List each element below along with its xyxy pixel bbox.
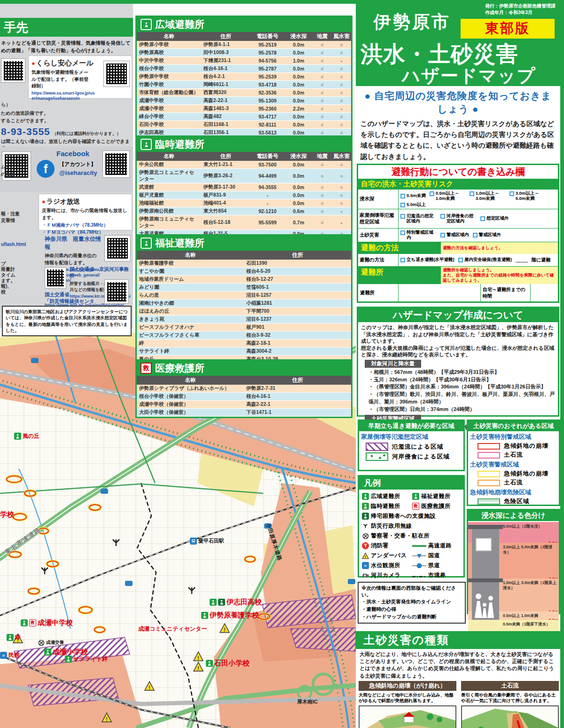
checkbox[interactable] (430, 191, 434, 196)
time-input[interactable] (531, 284, 558, 301)
checkbox[interactable] (400, 258, 405, 262)
legend-item: 広域避難所 (362, 492, 410, 500)
checkbox-option[interactable]: 警戒区域内 (440, 232, 469, 237)
support-facility-icon (218, 599, 225, 606)
checkbox[interactable] (440, 233, 445, 237)
welfare-shelter-icon (201, 612, 208, 619)
write-in-section: 避難行動についての書き込み欄 自宅の洪水・土砂災害リスク 浸水深0.5m未満0.… (357, 164, 559, 303)
table-row: ききょう苑沼目6-1237 (137, 316, 351, 324)
qr-code (103, 61, 130, 87)
checkbox-option[interactable]: 0.5m以上～1.0m未満 (430, 191, 466, 201)
train-station-icon (190, 538, 197, 545)
kanagawa-title: 神奈川県 雨量水位情報 (45, 235, 101, 251)
zone-swatch (478, 499, 500, 505)
table-row: ピースフルライフオハナ板戸901 (137, 324, 351, 332)
column-header: 電話番号 (251, 32, 285, 41)
table-fukushi: 福祉避難所 名称住所伊勢原養護学校石田1390すこやか園桜台4-5-20地域作業… (135, 234, 352, 365)
wide-area-shelter-icon (141, 19, 152, 30)
welfare-shelter-icon (412, 493, 419, 500)
facebook-title: Facebook (56, 150, 89, 158)
memo-area[interactable]: 〔メモ〕家族の連絡先や、避難時の持出品等について記入しておきましょう。 (358, 302, 558, 303)
column-header: 名称 (137, 376, 244, 385)
checkbox-option[interactable]: 立ち退き避難(水平避難) (400, 257, 454, 262)
checkbox[interactable] (473, 233, 478, 237)
column-header: 住所 (244, 376, 351, 385)
symbols-legend: 凡例 広域避難所福祉避難所臨時避難所救医療救護所帰宅困難者への支援施設防災行政用… (358, 475, 465, 578)
zone-swatch (478, 471, 500, 477)
checkbox[interactable] (458, 258, 463, 262)
legend-row: 警察署・交番・駐在所 (362, 532, 461, 540)
checkbox[interactable] (509, 191, 514, 196)
map-label: 学校 (0, 510, 14, 519)
checkbox[interactable] (400, 203, 405, 207)
legend-item: 河川カメラ (362, 571, 410, 579)
landslide-zones-legend: 土砂災害のおそれがある区域 土砂災害特別警戒区域急傾斜地の崩壊土石流土砂災害警戒… (467, 419, 560, 506)
temporary-shelter-icon (362, 503, 369, 510)
table-row: らんの里沼目6-1257 (137, 292, 351, 300)
checkbox[interactable] (400, 230, 405, 235)
zone-swatch (366, 452, 388, 461)
river-line: ・（県管理区間）金目川水系：396mm（24時間）【平成30年1月26日告示】 (368, 383, 558, 391)
checkbox-option[interactable]: 5.0m以上 (400, 202, 426, 207)
bullet-icon: ● (31, 60, 35, 67)
checkbox-option[interactable]: 3.0m以上～5.0m未満 (509, 191, 546, 201)
checkbox-option[interactable]: 想定区域外 (480, 216, 509, 221)
column-header: 電話番号 (251, 152, 285, 161)
dosha-group: 土砂災害特別警戒区域急傾斜地の崩壊土石流 (468, 433, 559, 459)
table-row: 石田小学校石田1168-192-81110.0m○○ (137, 121, 351, 129)
disaster-radio-icon (362, 522, 369, 530)
checkbox-option[interactable]: 1.0m以上～3.0m未満 (470, 191, 506, 201)
wide-area-shelter-icon (206, 660, 213, 667)
support-facility-icon (362, 513, 369, 520)
phone-row: 8-93-3555 （利用には通話料がかかります。） (1, 126, 121, 137)
qr-code (104, 235, 131, 261)
checkbox-option[interactable]: 特別警戒区域内 (400, 230, 437, 240)
landslide-type: 土石流 長引く雨や台風の集中豪雨で、谷や山にある土や石が一気に下流に向けて押し流… (461, 681, 559, 728)
column-header: 風水害 (332, 152, 351, 161)
back-side-note: ※次の情報は裏面の西部版をご確認ください。 ・洪水・土砂災害発生時のタイムライン… (358, 582, 466, 624)
facebook-account-label: 【アカウント】 (59, 161, 96, 168)
table-row: 中沢中学校下糟屋231-194-57561.0m○- (137, 57, 351, 65)
checkbox[interactable] (400, 194, 405, 198)
column-header: 名称 (137, 251, 244, 260)
legend-row: 河川カメラ市境界 (362, 571, 461, 579)
right-edge-strip (560, 0, 564, 728)
floor-input[interactable] (516, 257, 528, 262)
risk-row: 浸水深0.5m未満0.5m以上～1.0m未満1.0m以上～3.0m未満3.0m以… (358, 190, 558, 209)
checkbox[interactable] (440, 214, 445, 219)
zone-swatch (478, 443, 500, 450)
map-label: 愛甲石田駅 (190, 538, 224, 545)
water-gauge-icon: ≈ (362, 562, 369, 569)
shelter-input[interactable] (399, 284, 481, 301)
dosha-group: 急傾斜地崩壊危険区域危険区域 (468, 488, 559, 506)
shelter-banner: 避難所 (358, 267, 441, 285)
column-header: 住所 (201, 32, 251, 41)
checkbox-option[interactable]: 警戒区域外 (473, 232, 501, 237)
checkbox-option[interactable]: 河岸侵食の想定区域内 (440, 214, 477, 224)
river-camera-icon (362, 572, 369, 579)
checkbox-option[interactable]: 0.5m未満 (400, 193, 426, 198)
facebook-account: @iseharacity (59, 169, 97, 176)
checkbox[interactable] (400, 214, 405, 219)
back-note-item: ・洪水・土砂災害発生時のタイムライン (361, 598, 462, 606)
column-header: 浸水深 (285, 152, 313, 161)
svg-text:!: ! (149, 685, 150, 690)
risk-row: 家屋倒壊等氾濫想定区域氾濫流の想定区域内河岸侵食の想定区域内想定区域外 (358, 209, 558, 229)
publisher-info: 発行：伊勢原市企画部危機管理課 作成年月：令和3年3月 (485, 3, 556, 16)
shelter-note: 避難所を確認しましょう。また、自宅から避難所までの経路や時間を実際に歩いて確認し… (441, 267, 558, 285)
text-fragment: 災害情 (1, 217, 15, 224)
back-note-item: ・ハザードマップからの避難判断 (361, 613, 462, 621)
map-label: 成瀬交番 (38, 639, 64, 646)
table-row: 絆高森2-18-1 (137, 340, 351, 348)
wide-area-shelter-icon (44, 649, 51, 656)
checkbox-option[interactable]: 氾濫流の想定区域内 (400, 214, 437, 224)
checkbox-option[interactable]: 屋内安全確保(垂直避難) (458, 257, 512, 262)
map-label: サテライト絆 (65, 655, 108, 663)
landslide-type-body: 長引く雨や台風の集中豪雨で、谷や山にある土や石が一気に下流に向けて押し流されます… (461, 692, 559, 704)
legend-item: !アンダーパス (362, 552, 410, 560)
medical-aid-icon: 救 (29, 619, 36, 626)
checkbox[interactable] (480, 216, 485, 221)
checkbox[interactable] (470, 191, 474, 196)
method-note: 避難の方法を確認しましょう。 (441, 242, 558, 254)
police-icon (38, 639, 45, 646)
